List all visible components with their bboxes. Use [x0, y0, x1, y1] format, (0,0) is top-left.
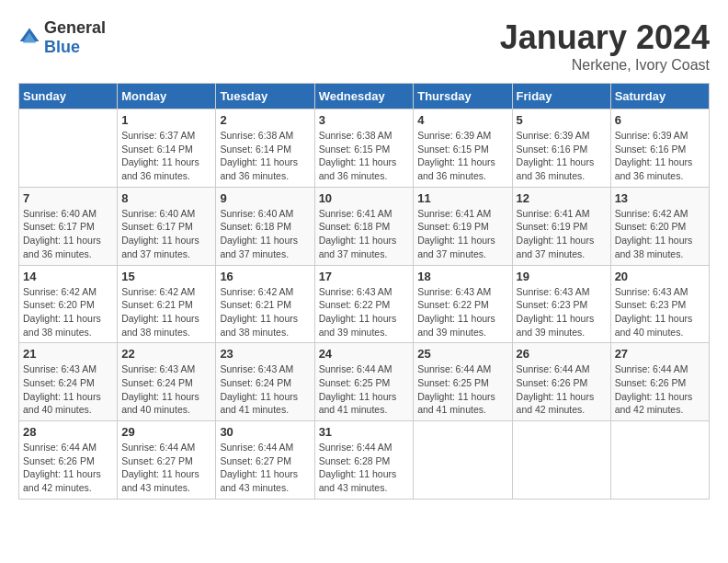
calendar-table: SundayMondayTuesdayWednesdayThursdayFrid…: [18, 83, 710, 500]
sunrise-text: Sunrise: 6:38 AM: [319, 129, 410, 143]
calendar-cell: 3 Sunrise: 6:38 AM Sunset: 6:15 PM Dayli…: [314, 109, 414, 188]
calendar-week-row: 21 Sunrise: 6:43 AM Sunset: 6:24 PM Dayl…: [19, 343, 710, 421]
day-number: 26: [517, 347, 607, 361]
calendar-cell: 16 Sunrise: 6:42 AM Sunset: 6:21 PM Dayl…: [216, 265, 314, 343]
sunrise-text: Sunrise: 6:43 AM: [220, 362, 310, 376]
daylight-text: Daylight: 11 hours and 36 minutes.: [417, 155, 507, 182]
sunset-text: Sunset: 6:20 PM: [615, 220, 705, 234]
calendar-cell: 11 Sunrise: 6:41 AM Sunset: 6:19 PM Dayl…: [414, 187, 512, 265]
header-day: Tuesday: [216, 84, 314, 109]
daylight-text: Daylight: 11 hours and 43 minutes.: [121, 467, 211, 494]
daylight-text: Daylight: 11 hours and 42 minutes.: [615, 390, 705, 417]
day-number: 1: [121, 113, 211, 127]
sunrise-text: Sunrise: 6:40 AM: [220, 207, 310, 221]
sunset-text: Sunset: 6:16 PM: [517, 143, 607, 156]
daylight-text: Daylight: 11 hours and 40 minutes.: [121, 390, 211, 417]
sunrise-text: Sunrise: 6:44 AM: [417, 362, 507, 376]
day-info: Sunrise: 6:37 AM Sunset: 6:14 PM Dayligh…: [121, 129, 211, 183]
sunset-text: Sunset: 6:28 PM: [319, 454, 410, 468]
calendar-cell: 7 Sunrise: 6:40 AM Sunset: 6:17 PM Dayli…: [19, 187, 118, 265]
day-info: Sunrise: 6:38 AM Sunset: 6:14 PM Dayligh…: [220, 129, 310, 183]
day-info: Sunrise: 6:43 AM Sunset: 6:24 PM Dayligh…: [220, 362, 310, 417]
daylight-text: Daylight: 11 hours and 38 minutes.: [23, 312, 113, 339]
sunrise-text: Sunrise: 6:44 AM: [319, 441, 410, 454]
sunset-text: Sunset: 6:16 PM: [615, 143, 705, 156]
calendar-cell: 25 Sunrise: 6:44 AM Sunset: 6:25 PM Dayl…: [414, 343, 512, 421]
day-number: 28: [23, 425, 113, 439]
sunrise-text: Sunrise: 6:44 AM: [517, 362, 607, 376]
calendar-cell: 30 Sunrise: 6:44 AM Sunset: 6:27 PM Dayl…: [216, 421, 314, 500]
logo: General Blue: [18, 18, 106, 57]
day-info: Sunrise: 6:43 AM Sunset: 6:22 PM Dayligh…: [319, 285, 410, 339]
day-number: 29: [121, 425, 211, 439]
sunset-text: Sunset: 6:22 PM: [319, 298, 410, 312]
sunset-text: Sunset: 6:27 PM: [121, 454, 211, 468]
daylight-text: Daylight: 11 hours and 36 minutes.: [319, 155, 410, 182]
sunrise-text: Sunrise: 6:41 AM: [319, 207, 410, 221]
calendar-cell: 20 Sunrise: 6:43 AM Sunset: 6:23 PM Dayl…: [610, 265, 709, 343]
calendar-cell: 6 Sunrise: 6:39 AM Sunset: 6:16 PM Dayli…: [610, 109, 709, 188]
calendar-cell: [19, 109, 118, 188]
daylight-text: Daylight: 11 hours and 39 minutes.: [417, 312, 507, 339]
sunset-text: Sunset: 6:24 PM: [220, 376, 310, 390]
sunrise-text: Sunrise: 6:43 AM: [417, 285, 507, 299]
day-info: Sunrise: 6:39 AM Sunset: 6:16 PM Dayligh…: [517, 129, 607, 183]
day-info: Sunrise: 6:38 AM Sunset: 6:15 PM Dayligh…: [319, 129, 410, 183]
day-info: Sunrise: 6:44 AM Sunset: 6:26 PM Dayligh…: [517, 362, 607, 417]
sunset-text: Sunset: 6:25 PM: [417, 376, 507, 390]
day-info: Sunrise: 6:40 AM Sunset: 6:17 PM Dayligh…: [23, 207, 113, 261]
sunrise-text: Sunrise: 6:43 AM: [121, 362, 211, 376]
day-number: 25: [417, 347, 507, 361]
sunrise-text: Sunrise: 6:41 AM: [517, 207, 607, 221]
day-number: 3: [319, 113, 410, 127]
day-info: Sunrise: 6:44 AM Sunset: 6:25 PM Dayligh…: [319, 362, 410, 417]
header-day: Monday: [118, 84, 216, 109]
calendar-cell: 23 Sunrise: 6:43 AM Sunset: 6:24 PM Dayl…: [216, 343, 314, 421]
header-day: Friday: [512, 84, 610, 109]
calendar-week-row: 14 Sunrise: 6:42 AM Sunset: 6:20 PM Dayl…: [19, 265, 710, 343]
calendar-cell: 28 Sunrise: 6:44 AM Sunset: 6:26 PM Dayl…: [19, 421, 118, 500]
calendar-cell: 5 Sunrise: 6:39 AM Sunset: 6:16 PM Dayli…: [512, 109, 610, 188]
day-info: Sunrise: 6:44 AM Sunset: 6:27 PM Dayligh…: [121, 441, 211, 495]
day-number: 18: [417, 270, 507, 283]
sunset-text: Sunset: 6:17 PM: [23, 220, 113, 234]
calendar-cell: 8 Sunrise: 6:40 AM Sunset: 6:17 PM Dayli…: [118, 187, 216, 265]
day-number: 16: [220, 270, 310, 283]
sunrise-text: Sunrise: 6:44 AM: [220, 441, 310, 454]
sunset-text: Sunset: 6:18 PM: [220, 220, 310, 234]
logo-text-general: General: [44, 18, 106, 37]
sunrise-text: Sunrise: 6:44 AM: [121, 441, 211, 454]
calendar-header-row: SundayMondayTuesdayWednesdayThursdayFrid…: [19, 84, 710, 109]
daylight-text: Daylight: 11 hours and 39 minutes.: [319, 312, 410, 339]
sunset-text: Sunset: 6:26 PM: [517, 376, 607, 390]
calendar-cell: 17 Sunrise: 6:43 AM Sunset: 6:22 PM Dayl…: [314, 265, 414, 343]
calendar-cell: 15 Sunrise: 6:42 AM Sunset: 6:21 PM Dayl…: [118, 265, 216, 343]
day-number: 21: [23, 347, 113, 361]
day-number: 31: [319, 425, 410, 439]
daylight-text: Daylight: 11 hours and 36 minutes.: [220, 155, 310, 182]
day-info: Sunrise: 6:43 AM Sunset: 6:24 PM Dayligh…: [23, 362, 113, 417]
day-number: 13: [615, 191, 705, 205]
sunrise-text: Sunrise: 6:42 AM: [615, 207, 705, 221]
day-info: Sunrise: 6:44 AM Sunset: 6:26 PM Dayligh…: [23, 441, 113, 495]
calendar-cell: 13 Sunrise: 6:42 AM Sunset: 6:20 PM Dayl…: [610, 187, 709, 265]
sunrise-text: Sunrise: 6:44 AM: [615, 362, 705, 376]
sunset-text: Sunset: 6:22 PM: [417, 298, 507, 312]
daylight-text: Daylight: 11 hours and 37 minutes.: [517, 234, 607, 260]
day-info: Sunrise: 6:44 AM Sunset: 6:27 PM Dayligh…: [220, 441, 310, 495]
calendar-cell: 9 Sunrise: 6:40 AM Sunset: 6:18 PM Dayli…: [216, 187, 314, 265]
sunrise-text: Sunrise: 6:40 AM: [121, 207, 211, 221]
day-number: 2: [220, 113, 310, 127]
day-number: 11: [417, 191, 507, 205]
sunset-text: Sunset: 6:26 PM: [615, 376, 705, 390]
day-number: 14: [23, 270, 113, 283]
sunset-text: Sunset: 6:18 PM: [319, 220, 410, 234]
sunset-text: Sunset: 6:21 PM: [121, 298, 211, 312]
calendar-cell: 21 Sunrise: 6:43 AM Sunset: 6:24 PM Dayl…: [19, 343, 118, 421]
daylight-text: Daylight: 11 hours and 36 minutes.: [23, 234, 113, 260]
calendar-cell: 27 Sunrise: 6:44 AM Sunset: 6:26 PM Dayl…: [610, 343, 709, 421]
day-number: 5: [517, 113, 607, 127]
header-day: Thursday: [414, 84, 512, 109]
logo-text-blue: Blue: [44, 38, 80, 56]
logo-icon: [18, 27, 40, 49]
